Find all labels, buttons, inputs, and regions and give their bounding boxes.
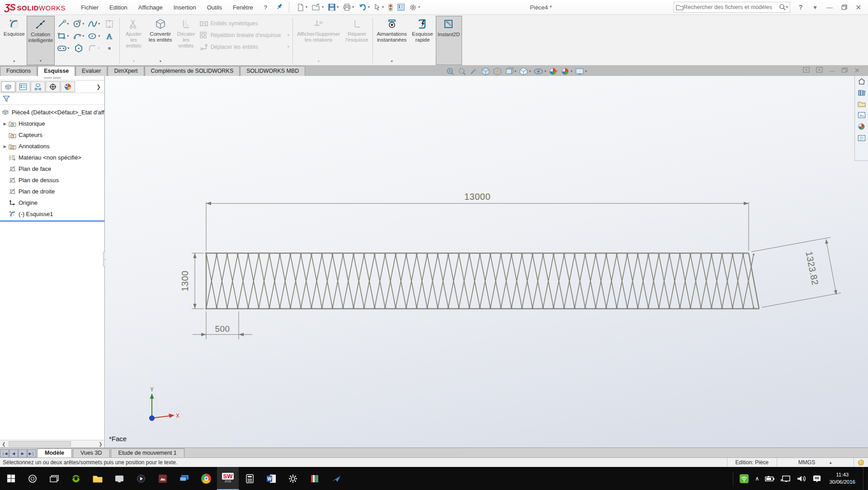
word-button[interactable]: W (260, 467, 282, 490)
open-document-button[interactable]: ▾ (310, 2, 326, 12)
menu-outils[interactable]: Outils (203, 1, 226, 14)
convert-entities-caret[interactable]: ▾ (160, 60, 161, 64)
doc-close-button[interactable]: ✕ (854, 66, 860, 75)
app-plane-button[interactable] (326, 467, 347, 490)
instant-snaps-caret[interactable]: ▾ (391, 60, 393, 64)
settings-taskbar-button[interactable] (282, 467, 304, 490)
tree-item-origine[interactable]: Origine (0, 197, 104, 208)
previous-view-button[interactable] (469, 67, 478, 75)
sketch-button-caret[interactable]: ▾ (13, 60, 15, 64)
nav-last-button[interactable]: ▶❘ (27, 449, 36, 457)
view-settings-button[interactable]: ▾ (575, 68, 587, 75)
rebuild-button[interactable] (387, 2, 395, 13)
tree-root-part[interactable]: Pièce4 (Défaut<<Défaut>_Etat d'affich (0, 107, 104, 118)
menu-affichage[interactable]: Affichage (134, 1, 167, 14)
nav-prev-button[interactable]: ◀ (9, 449, 18, 457)
app-media-player-button[interactable] (108, 467, 130, 490)
move-entities-caret[interactable]: ▾ (288, 45, 289, 49)
scrollbar-thumb[interactable] (9, 441, 71, 447)
minimize-button[interactable]: — (823, 1, 836, 13)
linear-pattern-item[interactable]: Répétition linéaire d'esquisse ▾ (200, 30, 289, 40)
task-view-button[interactable] (43, 467, 65, 490)
tab-vues-3d[interactable]: Vues 3D (73, 448, 109, 457)
move-entities-item[interactable]: Déplacer les entités ▾ (200, 42, 289, 52)
apply-scene-button[interactable]: ▾ (561, 67, 572, 75)
nav-next-button[interactable]: ▶ (18, 449, 27, 457)
search-icon[interactable] (779, 4, 786, 11)
notifications-tray-icon[interactable] (812, 475, 821, 483)
tab-mbd[interactable]: SOLIDWORKS MBD (240, 66, 305, 76)
save-button[interactable]: ▾ (326, 2, 340, 12)
display-relations-button[interactable]: Afficher/Supprimer les relations ▾ (294, 16, 343, 65)
display-style-button[interactable]: ▾ (519, 67, 531, 75)
tree-item-plan-dessus[interactable]: Plan de dessus (0, 174, 104, 186)
doc-minimize-button[interactable]: — (829, 67, 835, 74)
tab-fonctions[interactable]: Fonctions (0, 66, 37, 76)
linear-pattern-caret[interactable]: ▾ (288, 33, 289, 37)
sketch-button[interactable]: Esquisse ▾ (2, 16, 27, 65)
scroll-left-arrow[interactable]: ❮ (0, 442, 8, 447)
offset-entities-button[interactable]: Décaler les entités (175, 16, 198, 65)
tree-item-capteurs[interactable]: Capteurs (0, 129, 104, 141)
chrome-button[interactable] (195, 467, 217, 490)
design-library-icon[interactable] (858, 90, 866, 98)
panel-splitter-grip[interactable] (0, 76, 104, 80)
expander-icon[interactable]: ▶ (2, 122, 8, 126)
solidworks-taskbar-button[interactable]: SW 2016 (217, 467, 239, 490)
help-caret[interactable]: ▾ (808, 1, 822, 13)
ellipse-tool[interactable]: ▾ (86, 30, 102, 42)
app-photos-button[interactable] (152, 467, 174, 490)
circle-tool[interactable]: ▾ (71, 18, 86, 30)
line-tool[interactable]: ▾ (56, 18, 71, 30)
app-movie-button[interactable] (130, 467, 152, 490)
polygon-tool[interactable] (71, 42, 86, 54)
app-flag-button[interactable] (304, 467, 326, 490)
menu-fichier[interactable]: Fichier (76, 1, 103, 14)
spline-tool[interactable]: ▾ (86, 18, 102, 30)
propertymanager-tab[interactable] (16, 81, 30, 92)
edit-appearance-button[interactable] (549, 67, 558, 75)
tree-item-plan-face[interactable]: Plan de face (0, 163, 104, 174)
dimension-height[interactable]: 1300 (180, 263, 190, 299)
tree-item-plan-droite[interactable]: Plan de droite (0, 186, 104, 197)
new-document-button[interactable]: ▾ (295, 2, 309, 13)
menu-edition[interactable]: Edition (105, 1, 132, 14)
text-tool[interactable]: A (102, 30, 117, 42)
tab-esquisse[interactable]: Esquisse (38, 66, 75, 76)
scroll-right-arrow[interactable]: ❯ (97, 442, 104, 447)
tab-evaluer[interactable]: Evaluer (75, 66, 107, 76)
mirror-entities-item[interactable]: Entités symétriques (200, 19, 289, 28)
trim-entities-button[interactable]: Ajuster les entités ▾ (121, 16, 146, 65)
trim-entities-caret[interactable]: ▾ (133, 60, 135, 64)
search-options-caret[interactable]: ▾ (786, 5, 788, 9)
panel-horizontal-scrollbar[interactable]: ❮ ❯ (0, 440, 104, 448)
dock-left-icon[interactable] (803, 67, 810, 74)
nvidia-app-button[interactable] (65, 467, 87, 490)
graphics-viewport[interactable]: 13000 1300 500 1323.82 Y X *Face (105, 76, 868, 448)
rapid-sketch-button[interactable]: Esquisse rapide (410, 16, 436, 65)
zoom-to-area-button[interactable] (458, 67, 467, 75)
search-input[interactable] (684, 4, 779, 10)
section-view-button[interactable] (481, 67, 490, 75)
expander-icon[interactable]: ▶ (2, 144, 8, 149)
instant-snaps-button[interactable]: Aimantations instantanées ▾ (374, 16, 410, 65)
calculator-button[interactable] (239, 467, 260, 490)
fillet-tool[interactable]: ▾ (86, 42, 102, 54)
convert-entities-button[interactable]: Convertir les entités ▾ (146, 16, 175, 65)
custom-properties-icon[interactable] (858, 135, 866, 143)
tree-item-esquisse1[interactable]: (-) Esquisse1 (0, 208, 104, 220)
tab-complements[interactable]: Compléments de SOLIDWORKS (145, 66, 240, 76)
select-cursor-button[interactable]: ▾ (373, 2, 386, 12)
tree-filter-box[interactable] (0, 93, 104, 105)
cortana-search-button[interactable] (22, 467, 43, 490)
tree-item-annotations[interactable]: ▶ A Annotations (0, 141, 104, 152)
dimension-overall-length[interactable]: 13000 (450, 192, 505, 202)
taskbar-clock[interactable]: 11:43 30/06/2016 (827, 471, 857, 485)
configurationmanager-tab[interactable] (31, 81, 45, 92)
menu-insertion[interactable]: Insertion (169, 1, 201, 14)
tab-etude-mouvement[interactable]: Etude de mouvement 1 (111, 448, 184, 457)
close-button[interactable]: ✕ (852, 1, 865, 13)
home-tab-icon[interactable] (858, 78, 866, 86)
menu-fenetre[interactable]: Fenêtre (228, 1, 258, 14)
featuremanager-tab[interactable] (1, 81, 15, 92)
